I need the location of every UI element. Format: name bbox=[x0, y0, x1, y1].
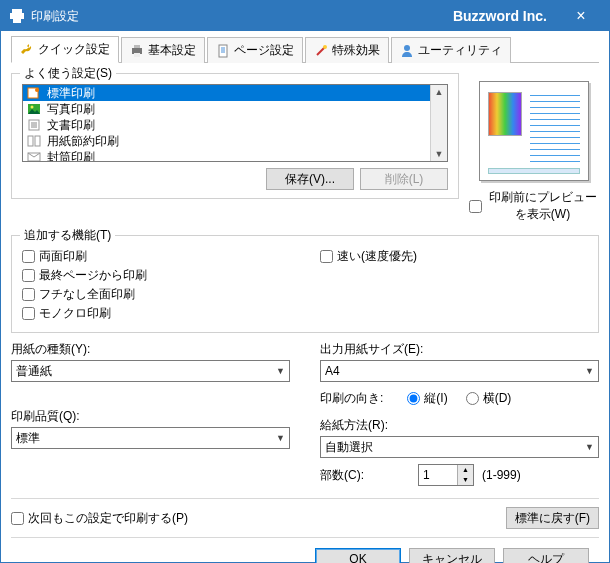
add-functions-group: 追加する機能(T) 両面印刷 最終ページから印刷 フチなし全面印刷 モノクロ印刷… bbox=[11, 235, 599, 333]
orientation-portrait-radio[interactable]: 縦(I) bbox=[407, 390, 447, 407]
monochrome-checkbox[interactable]: モノクロ印刷 bbox=[22, 305, 290, 322]
orientation-landscape-radio[interactable]: 横(D) bbox=[466, 390, 512, 407]
fast-checkbox[interactable]: 速い(速度優先) bbox=[320, 248, 588, 265]
chevron-down-icon: ▼ bbox=[276, 433, 285, 443]
person-icon bbox=[400, 44, 414, 58]
svg-rect-2 bbox=[13, 18, 21, 23]
save-preset-button[interactable]: 保存(V)... bbox=[266, 168, 354, 190]
copies-range: (1-999) bbox=[482, 468, 521, 482]
tab-utility[interactable]: ユーティリティ bbox=[391, 37, 511, 63]
svg-point-11 bbox=[323, 45, 327, 49]
tab-label: クイック設定 bbox=[38, 41, 110, 58]
chevron-down-icon: ▼ bbox=[276, 366, 285, 376]
photo-icon bbox=[27, 103, 41, 115]
scrollbar[interactable]: ▲▼ bbox=[430, 85, 447, 161]
svg-rect-4 bbox=[134, 45, 140, 48]
titlebar: 印刷設定 Buzzword Inc. × bbox=[1, 1, 609, 31]
printer-icon bbox=[9, 8, 25, 24]
svg-point-16 bbox=[31, 106, 34, 109]
duplex-checkbox[interactable]: 両面印刷 bbox=[22, 248, 290, 265]
tab-label: 基本設定 bbox=[148, 42, 196, 59]
media-type-label: 用紙の種類(Y): bbox=[11, 341, 290, 358]
reverse-order-checkbox[interactable]: 最終ページから印刷 bbox=[22, 267, 290, 284]
chevron-down-icon: ▼ bbox=[585, 366, 594, 376]
svg-point-14 bbox=[35, 88, 39, 92]
brand-label: Buzzword Inc. bbox=[453, 8, 547, 24]
svg-rect-21 bbox=[28, 136, 33, 146]
svg-rect-6 bbox=[219, 45, 227, 57]
presets-legend: よく使う設定(S) bbox=[20, 65, 116, 82]
list-item[interactable]: 写真印刷 bbox=[23, 101, 430, 117]
preview-thumbnail bbox=[479, 81, 589, 181]
list-item[interactable]: 封筒印刷 bbox=[23, 149, 430, 161]
tab-label: ページ設定 bbox=[234, 42, 294, 59]
tab-label: ユーティリティ bbox=[418, 42, 502, 59]
paper-size-select[interactable]: A4▼ bbox=[320, 360, 599, 382]
tab-label: 特殊効果 bbox=[332, 42, 380, 59]
page-icon bbox=[216, 44, 230, 58]
cancel-button[interactable]: キャンセル bbox=[409, 548, 495, 563]
list-item[interactable]: 標準印刷 bbox=[23, 85, 430, 101]
printer-icon bbox=[130, 44, 144, 58]
svg-rect-22 bbox=[35, 136, 40, 146]
window-title: 印刷設定 bbox=[31, 8, 79, 25]
preview-pane: 印刷前にプレビューを表示(W) bbox=[469, 63, 599, 225]
remember-settings-checkbox[interactable]: 次回もこの設定で印刷する(P) bbox=[11, 510, 188, 527]
delete-preset-button[interactable]: 削除(L) bbox=[360, 168, 448, 190]
help-button[interactable]: ヘルプ bbox=[503, 548, 589, 563]
preview-checkbox[interactable]: 印刷前にプレビューを表示(W) bbox=[469, 189, 599, 223]
wrench-icon bbox=[20, 43, 34, 57]
copies-label: 部数(C): bbox=[320, 467, 410, 484]
paper-size-label: 出力用紙サイズ(E): bbox=[320, 341, 599, 358]
tab-bar: クイック設定 基本設定 ページ設定 特殊効果 ユーティリティ bbox=[11, 37, 599, 63]
svg-rect-0 bbox=[12, 9, 22, 13]
tab-basic[interactable]: 基本設定 bbox=[121, 37, 205, 63]
scroll-down-icon[interactable]: ▼ bbox=[435, 147, 444, 161]
paper-source-select[interactable]: 自動選択▼ bbox=[320, 436, 599, 458]
presets-group: よく使う設定(S) 標準印刷 写真印刷 bbox=[11, 73, 459, 199]
paper-source-label: 給紙方法(R): bbox=[320, 417, 599, 434]
close-button[interactable]: × bbox=[561, 7, 601, 25]
list-item[interactable]: 用紙節約印刷 bbox=[23, 133, 430, 149]
list-item[interactable]: 文書印刷 bbox=[23, 117, 430, 133]
chevron-down-icon: ▼ bbox=[585, 442, 594, 452]
media-type-select[interactable]: 普通紙▼ bbox=[11, 360, 290, 382]
quality-label: 印刷品質(Q): bbox=[11, 408, 290, 425]
restore-defaults-button[interactable]: 標準に戻す(F) bbox=[506, 507, 599, 529]
doc-icon bbox=[27, 87, 41, 99]
ok-button[interactable]: OK bbox=[315, 548, 401, 563]
add-functions-legend: 追加する機能(T) bbox=[20, 227, 115, 244]
borderless-checkbox[interactable]: フチなし全面印刷 bbox=[22, 286, 290, 303]
svg-point-12 bbox=[404, 45, 410, 51]
dialog-footer: OK キャンセル ヘルプ bbox=[11, 537, 599, 563]
envelope-icon bbox=[27, 151, 41, 161]
text-doc-icon bbox=[27, 119, 41, 131]
tab-effects[interactable]: 特殊効果 bbox=[305, 37, 389, 63]
spin-up-icon[interactable]: ▲ bbox=[458, 465, 473, 475]
orientation-label: 印刷の向き: bbox=[320, 390, 383, 407]
nup-icon bbox=[27, 135, 41, 147]
tab-quick[interactable]: クイック設定 bbox=[11, 36, 119, 63]
print-settings-window: 印刷設定 Buzzword Inc. × クイック設定 基本設定 ページ設定 特… bbox=[0, 0, 610, 563]
spin-down-icon[interactable]: ▼ bbox=[458, 475, 473, 485]
presets-listbox[interactable]: 標準印刷 写真印刷 文書印刷 bbox=[22, 84, 448, 162]
wand-icon bbox=[314, 44, 328, 58]
scroll-up-icon[interactable]: ▲ bbox=[435, 85, 444, 99]
copies-input[interactable]: ▲▼ bbox=[418, 464, 474, 486]
svg-rect-5 bbox=[134, 53, 140, 57]
quality-select[interactable]: 標準▼ bbox=[11, 427, 290, 449]
tab-page[interactable]: ページ設定 bbox=[207, 37, 303, 63]
